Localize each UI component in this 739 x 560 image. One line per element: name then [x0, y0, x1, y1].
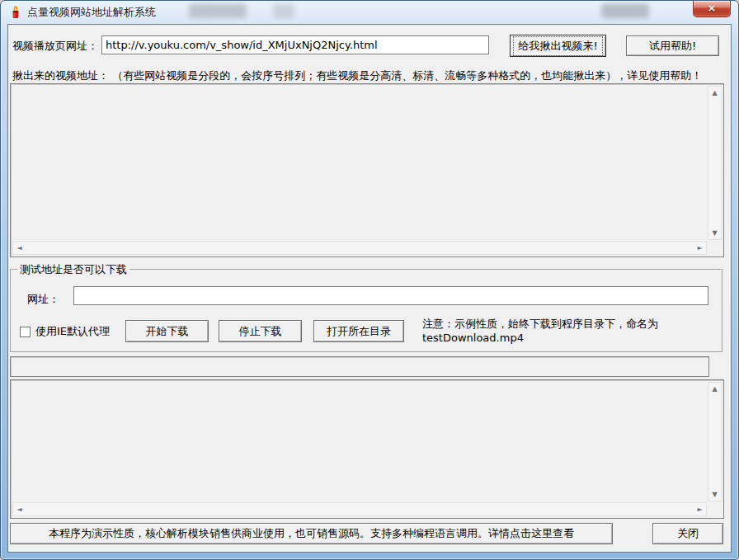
- playback-url-input[interactable]: [101, 35, 489, 54]
- log-content: [14, 383, 704, 498]
- extract-video-button[interactable]: 给我揪出视频来!: [510, 35, 606, 57]
- scroll-left-icon[interactable]: ◄: [13, 242, 26, 254]
- result-list-content: [14, 87, 704, 237]
- glass-reflection: [273, 3, 294, 18]
- start-download-button[interactable]: 开始下载: [125, 320, 209, 342]
- log-horizontal-scrollbar[interactable]: ◄ ►: [12, 502, 707, 516]
- log-box[interactable]: ▲ ▼ ◄ ►: [10, 379, 724, 519]
- close-dialog-button[interactable]: 关闭: [652, 523, 723, 544]
- download-note-line2: testDownload.mp4: [422, 331, 658, 345]
- scroll-up-icon[interactable]: ▲: [708, 383, 721, 395]
- result-description-label: 揪出来的视频地址： （有些网站视频是分段的，会按序号排列；有些视频是分高清、标清…: [12, 68, 702, 83]
- ie-proxy-checkbox[interactable]: 使用IE默认代理: [20, 324, 110, 339]
- test-url-label: 网址：: [27, 292, 59, 307]
- open-directory-button-label: 打开所在目录: [327, 324, 391, 339]
- glass-reflection: [189, 3, 247, 18]
- scroll-up-icon[interactable]: ▲: [708, 87, 721, 99]
- scroll-right-icon[interactable]: ►: [694, 503, 706, 515]
- trial-help-button[interactable]: 试用帮助!: [626, 35, 719, 56]
- stop-download-button[interactable]: 停止下载: [219, 320, 302, 342]
- result-horizontal-scrollbar[interactable]: ◄ ►: [12, 241, 707, 255]
- stop-download-button-label: 停止下载: [239, 324, 282, 339]
- glass-reflection: [601, 3, 649, 18]
- titlebar[interactable]: 点量视频网站地址解析系统 ×: [1, 1, 738, 24]
- client-area: 视频播放页网址： 给我揪出视频来! 试用帮助! 揪出来的视频地址： （有些网站视…: [7, 24, 732, 553]
- playback-url-label: 视频播放页网址：: [12, 39, 98, 54]
- open-directory-button[interactable]: 打开所在目录: [313, 320, 404, 342]
- ie-proxy-checkbox-label: 使用IE默认代理: [35, 324, 110, 339]
- app-window: 点量视频网站地址解析系统 × 视频播放页网址： 给我揪出视频来! 试用帮助! 揪…: [0, 0, 739, 560]
- scroll-left-icon[interactable]: ◄: [13, 503, 26, 515]
- download-status-box: [10, 356, 709, 377]
- result-vertical-scrollbar[interactable]: ▲ ▼: [708, 86, 722, 240]
- test-download-group-title: 测试地址是否可以下载: [17, 262, 129, 277]
- sales-info-button[interactable]: 本程序为演示性质，核心解析模块销售供商业使用，也可销售源码。支持多种编程语言调用…: [10, 523, 613, 544]
- sales-info-button-label: 本程序为演示性质，核心解析模块销售供商业使用，也可销售源码。支持多种编程语言调用…: [49, 526, 574, 541]
- checkbox-box-icon[interactable]: [20, 327, 31, 337]
- close-window-button[interactable]: ×: [693, 1, 731, 17]
- log-vertical-scrollbar[interactable]: ▲ ▼: [708, 382, 722, 501]
- start-download-button-label: 开始下载: [146, 324, 189, 339]
- trial-help-button-label: 试用帮助!: [649, 39, 696, 54]
- close-dialog-button-label: 关闭: [677, 526, 699, 541]
- result-list-box[interactable]: ▲ ▼ ◄ ►: [10, 83, 724, 257]
- test-download-group: 测试地址是否可以下载 网址： 使用IE默认代理 开始下载 停止下载 打开所在目录…: [10, 269, 723, 352]
- scroll-right-icon[interactable]: ►: [694, 242, 706, 254]
- download-note: 注意：示例性质，始终下载到程序目录下，命名为 testDownload.mp4: [422, 317, 658, 345]
- window-title: 点量视频网站地址解析系统: [27, 5, 156, 20]
- scroll-down-icon[interactable]: ▼: [708, 227, 721, 239]
- app-candle-icon: [9, 6, 22, 19]
- test-url-input[interactable]: [73, 286, 708, 305]
- download-note-line1: 注意：示例性质，始终下载到程序目录下，命名为: [422, 317, 658, 331]
- extract-video-button-label: 给我揪出视频来!: [513, 36, 602, 56]
- scroll-down-icon[interactable]: ▼: [708, 488, 721, 501]
